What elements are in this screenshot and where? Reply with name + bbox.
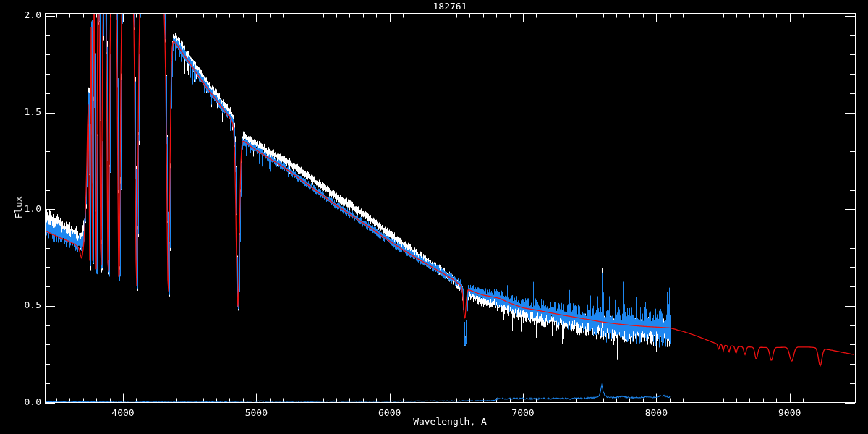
chart-canvas <box>0 0 868 434</box>
y-axis-label: Flux <box>14 196 24 218</box>
x-axis-label: Wavelength, A <box>413 417 487 427</box>
page-title: 182761 <box>433 1 467 12</box>
spectrum-plot-window: 182761 Wavelength, A Flux <box>0 0 868 434</box>
